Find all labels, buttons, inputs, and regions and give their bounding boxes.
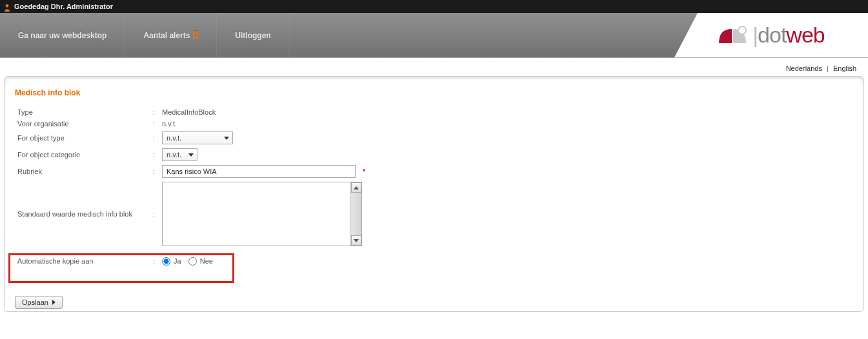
radio-ja[interactable] — [162, 257, 170, 266]
row-auto-kopie: Automatische kopie aan : Ja Nee — [15, 248, 368, 274]
panel-title: Medisch info blok — [15, 88, 853, 97]
logo-part2: web — [786, 23, 824, 47]
language-row: Nederlands | English — [0, 58, 868, 76]
colon: : — [150, 106, 159, 118]
lang-separator: | — [827, 64, 829, 72]
alert-count: 0 — [192, 30, 198, 41]
lang-nl-link[interactable]: Nederlands — [786, 64, 822, 72]
auto-kopie-radios: Ja Nee — [159, 248, 368, 274]
user-icon — [4, 3, 10, 10]
label-auto-kopie: Automatische kopie aan — [15, 248, 150, 274]
row-std-waarde: Standaard waarde medisch info blok : — [15, 180, 368, 248]
save-button-label: Opslaan — [22, 298, 48, 306]
chevron-up-icon — [354, 186, 359, 189]
std-waarde-wrap — [162, 182, 362, 246]
svg-point-0 — [6, 5, 9, 8]
nav-logout-label: Uitloggen — [235, 31, 270, 40]
colon: : — [150, 118, 159, 130]
logo-part1: dot — [758, 23, 786, 47]
label-std-waarde: Standaard waarde medisch info blok — [17, 210, 132, 218]
rubriek-input[interactable] — [162, 165, 356, 178]
select-obj-cat[interactable]: n.v.t. — [162, 148, 197, 161]
textarea-scrollbar[interactable] — [350, 182, 361, 246]
row-obj-cat: For object categorie : n.v.t. — [15, 146, 368, 163]
row-obj-type: For object type : n.v.t. — [15, 130, 368, 146]
nav-webdesktop[interactable]: Ga naar uw webdesktop — [0, 13, 125, 57]
nav-webdesktop-label: Ga naar uw webdesktop — [18, 31, 106, 40]
logo: |dotweb — [674, 13, 868, 57]
scroll-up-button[interactable] — [351, 182, 361, 193]
label-obj-cat: For object categorie — [15, 146, 150, 163]
select-obj-type[interactable]: n.v.t. — [162, 131, 233, 144]
chevron-down-icon — [354, 239, 359, 242]
required-mark: * — [363, 168, 365, 175]
label-type: Type — [15, 106, 150, 118]
colon: : — [150, 180, 159, 248]
select-obj-cat-value: n.v.t. — [167, 151, 181, 159]
scroll-down-button[interactable] — [351, 235, 361, 246]
value-voor-org: n.v.t. — [159, 118, 368, 130]
nav-logout[interactable]: Uitloggen — [217, 13, 289, 57]
colon: : — [150, 248, 159, 274]
arrow-right-icon — [52, 300, 56, 305]
colon: : — [150, 146, 159, 163]
row-rubriek: Rubriek : * — [15, 163, 368, 180]
svg-point-1 — [738, 26, 746, 34]
colon: : — [150, 130, 159, 146]
navbar: Ga naar uw webdesktop Aantal alerts 0 Ui… — [0, 13, 868, 58]
row-voor-org: Voor organisatie : n.v.t. — [15, 118, 368, 130]
std-waarde-textarea[interactable] — [163, 182, 350, 246]
label-rubriek: Rubriek — [15, 163, 150, 180]
form-table: Type : MedicalInfoBlock Voor organisatie… — [15, 106, 368, 274]
lang-en-link[interactable]: English — [833, 64, 856, 72]
nav-alerts[interactable]: Aantal alerts 0 — [125, 13, 217, 57]
label-voor-org: Voor organisatie — [15, 118, 150, 130]
logo-icon — [718, 24, 750, 47]
radio-nee[interactable] — [188, 257, 197, 266]
logo-sep: | — [752, 23, 758, 47]
colon: : — [150, 163, 159, 180]
main-panel: Medisch info blok Type : MedicalInfoBloc… — [4, 76, 864, 312]
value-type: MedicalInfoBlock — [159, 106, 368, 118]
nav-alerts-label: Aantal alerts — [143, 31, 190, 40]
logo-text: |dotweb — [752, 23, 824, 48]
row-type: Type : MedicalInfoBlock — [15, 106, 368, 118]
select-obj-type-value: n.v.t. — [167, 134, 181, 142]
label-obj-type: For object type — [15, 130, 150, 146]
panel-inner: Medisch info blok Type : MedicalInfoBloc… — [7, 79, 861, 292]
save-button[interactable]: Opslaan — [15, 296, 63, 309]
radio-nee-label[interactable]: Nee — [200, 257, 213, 265]
greeting-text: Goededag Dhr. Administrator — [14, 0, 113, 13]
radio-ja-label[interactable]: Ja — [174, 257, 181, 265]
topbar: Goededag Dhr. Administrator — [0, 0, 868, 13]
